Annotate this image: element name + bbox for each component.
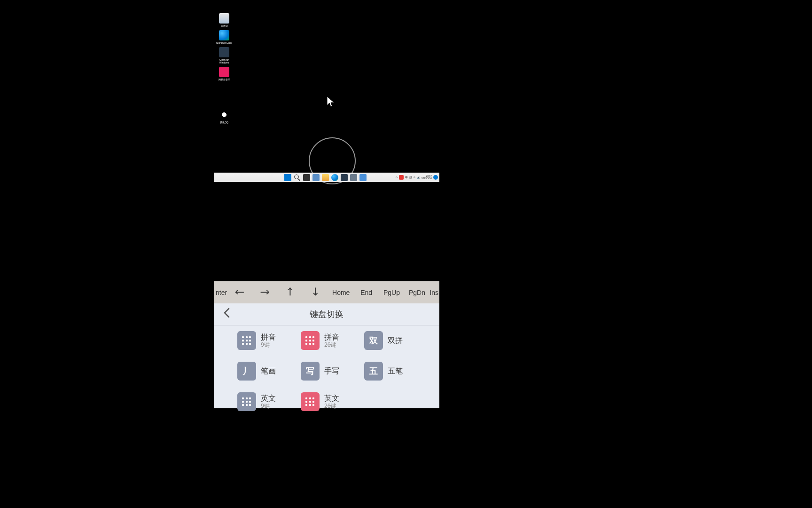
desktop-icons: 回收站 Microsoft Edge Clash for Windows 网易云… [216,13,233,124]
option-sub: 26键 [324,341,339,348]
file-explorer-button[interactable] [322,174,329,181]
option-text: 英文 26键 [324,394,339,410]
icon-label: 网易云音乐 [219,78,230,81]
panel-title: 键盘切换 [214,309,439,320]
desktop-icon-edge[interactable]: Microsoft Edge [216,30,233,44]
bihua-icon: 丿 [237,362,256,381]
keyboard-switch-panel: 键盘切换 拼音 9键 [214,303,439,408]
keyboard-row: 拼音 9键 拼音 26键 双 双拼 [237,331,416,350]
option-text: 五笔 [388,366,403,375]
mouse-cursor-icon [327,96,335,108]
end-key[interactable]: End [354,289,379,296]
option-sub: 9键 [261,403,276,409]
desktop-icon-qq[interactable]: 腾讯QQ [216,110,233,124]
option-text: 英文 9键 [261,394,276,410]
taskbar-app-1[interactable] [312,174,320,181]
start-button[interactable] [284,174,291,181]
pgup-key[interactable]: PgUp [379,289,405,296]
system-tray: ^ 中 拼 ⎚ 🔊 20:57 2023/5/16 [396,175,438,180]
arrow-left-key[interactable]: 🡐 [227,287,252,298]
grid-keyboard-icon [301,392,320,411]
taskbar-app-2[interactable] [341,174,348,181]
icon-label: Microsoft Edge [216,41,232,44]
keyboard-option-bihua[interactable]: 丿 笔画 [237,362,289,381]
keyboard-option-shuangpin[interactable]: 双 双拼 [364,331,416,350]
arrow-up-key[interactable]: 🡑 [278,287,303,298]
arrow-down-key[interactable]: 🡓 [303,287,328,298]
ime-mode-indicator[interactable]: 拼 [409,175,412,180]
volume-icon[interactable]: 🔊 [417,176,420,179]
taskbar-app-3[interactable] [350,174,357,181]
option-name: 笔画 [261,366,276,375]
option-text: 拼音 9键 [261,333,276,349]
option-name: 拼音 [261,333,276,341]
keyboard-option-handwrite[interactable]: 写 手写 [301,362,352,381]
windows-taskbar: ^ 中 拼 ⎚ 🔊 20:57 2023/5/16 [214,173,439,182]
icon-label: Clash for Windows [216,58,233,64]
task-view-button[interactable] [303,174,310,181]
option-text: 双拼 [388,336,403,345]
option-text: 拼音 26键 [324,333,339,349]
option-name: 手写 [324,366,339,375]
keyboard-row: 英文 9键 英文 26键 [237,392,416,411]
home-key[interactable]: Home [328,289,354,296]
icon-label: 腾讯QQ [220,121,228,124]
taskbar-center [284,174,367,181]
recycle-bin-icon [219,13,229,24]
option-text: 笔画 [261,366,276,375]
wubi-icon: 五 [364,362,383,381]
edge-icon [219,30,229,40]
grid-keyboard-icon [301,331,320,350]
shuangpin-icon: 双 [364,331,383,350]
clock[interactable]: 20:57 2023/5/16 [422,175,432,180]
option-sub: 9键 [261,341,276,348]
search-button[interactable] [294,174,301,181]
option-name: 双拼 [388,336,403,345]
edge-taskbar-button[interactable] [331,174,338,181]
taskbar-app-4[interactable] [359,174,367,181]
pgdn-key[interactable]: PgDn [404,289,429,296]
back-button[interactable] [223,308,230,321]
option-name: 拼音 [324,333,339,341]
option-name: 五笔 [388,366,403,375]
keyboard-options-grid: 拼音 9键 拼音 26键 双 双拼 [214,325,439,411]
grid-keyboard-icon [237,331,256,350]
desktop-icon-clash[interactable]: Clash for Windows [216,47,233,64]
phone-viewport: 回收站 Microsoft Edge Clash for Windows 网易云… [214,0,439,408]
panel-header: 键盘切换 [214,303,439,325]
keyboard-option-pinyin-26[interactable]: 拼音 26键 [301,331,352,350]
ime-indicator[interactable]: 中 [405,175,408,180]
navigation-keys-row: nter 🡐 🡒 🡑 🡓 Home End PgUp PgDn Ins [214,281,439,303]
clash-icon [219,47,229,57]
keyboard-option-wubi[interactable]: 五 五笔 [364,362,416,381]
remote-desktop[interactable]: 回收站 Microsoft Edge Clash for Windows 网易云… [214,0,439,182]
desktop-icon-recycle-bin[interactable]: 回收站 [216,13,233,27]
keyboard-option-pinyin-9[interactable]: 拼音 9键 [237,331,289,350]
keyboard-option-english-26[interactable]: 英文 26键 [301,392,352,411]
option-text: 手写 [324,366,339,375]
keyboard-option-english-9[interactable]: 英文 9键 [237,392,289,411]
tray-overflow-icon[interactable]: ^ [396,175,398,180]
ins-key[interactable]: Ins [429,289,438,296]
option-name: 英文 [261,394,276,403]
tray-icon[interactable]: ⎚ [414,176,415,179]
date-text: 2023/5/16 [422,177,432,180]
desktop-icon-netease[interactable]: 网易云音乐 [216,67,233,81]
netease-music-icon [219,67,229,77]
qq-icon [219,110,229,120]
icon-label: 回收站 [221,24,228,27]
tray-app-icon[interactable] [399,175,404,180]
option-name: 英文 [324,394,339,403]
enter-key[interactable]: nter [215,289,227,296]
arrow-right-key[interactable]: 🡒 [252,287,278,298]
handwrite-icon: 写 [301,362,320,381]
grid-keyboard-icon [237,392,256,411]
keyboard-row: 丿 笔画 写 手写 五 五笔 [237,362,416,381]
option-sub: 26键 [324,403,339,409]
notification-icon[interactable] [433,175,438,180]
